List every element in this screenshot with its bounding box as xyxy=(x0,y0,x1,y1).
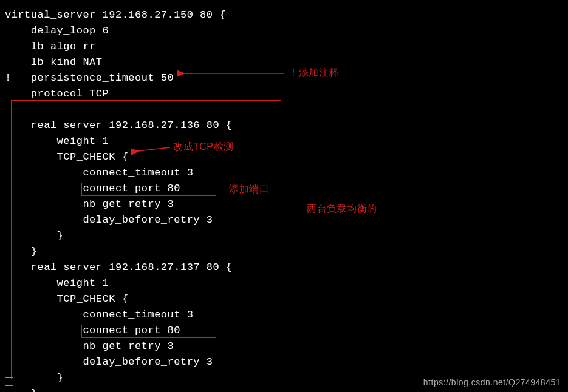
code-line: TCP_CHECK { xyxy=(5,293,128,305)
code-line: } xyxy=(5,388,38,392)
code-line: } xyxy=(5,246,38,257)
watermark-text: https://blog.csdn.net/Q274948451 xyxy=(423,377,561,387)
code-line: protocol TCP xyxy=(5,88,109,100)
code-line: connect_timeout 3 xyxy=(5,309,193,320)
code-line: weight 1 xyxy=(5,277,109,289)
code-line: lb_kind NAT xyxy=(5,56,103,68)
annotation-two-load-balanced: 两台负载均衡的 xyxy=(307,203,377,215)
annotation-add-comment: ！添加注释 xyxy=(289,67,339,79)
code-line: nb_get_retry 3 xyxy=(5,198,174,210)
config-code-block: virtual_server 192.168.27.150 80 { delay… xyxy=(0,0,568,392)
code-line: real_server 192.168.27.137 80 { xyxy=(5,262,233,273)
code-line: ! persistence_timeout 50 xyxy=(5,72,174,84)
cursor-indicator xyxy=(5,377,13,386)
code-line: virtual_server 192.168.27.150 80 { xyxy=(5,9,226,21)
code-line: delay_loop 6 xyxy=(5,25,109,36)
code-line: } xyxy=(5,230,63,242)
code-line: connect_timeout 3 xyxy=(5,167,193,178)
code-line: } xyxy=(5,372,63,384)
annotation-add-port: 添加端口 xyxy=(229,183,269,196)
code-line: lb_algo rr xyxy=(5,41,96,52)
code-line: weight 1 xyxy=(5,135,109,147)
code-line: connect_port 80 xyxy=(5,325,180,336)
code-line: nb_get_retry 3 xyxy=(5,340,174,352)
code-line: connect_port 80 xyxy=(5,183,180,194)
code-line: delay_before_retry 3 xyxy=(5,214,213,226)
annotation-change-tcp: 改成TCP检测 xyxy=(173,141,234,154)
code-line: TCP_CHECK { xyxy=(5,151,128,163)
code-line: real_server 192.168.27.136 80 { xyxy=(5,120,233,131)
code-line: delay_before_retry 3 xyxy=(5,356,213,368)
